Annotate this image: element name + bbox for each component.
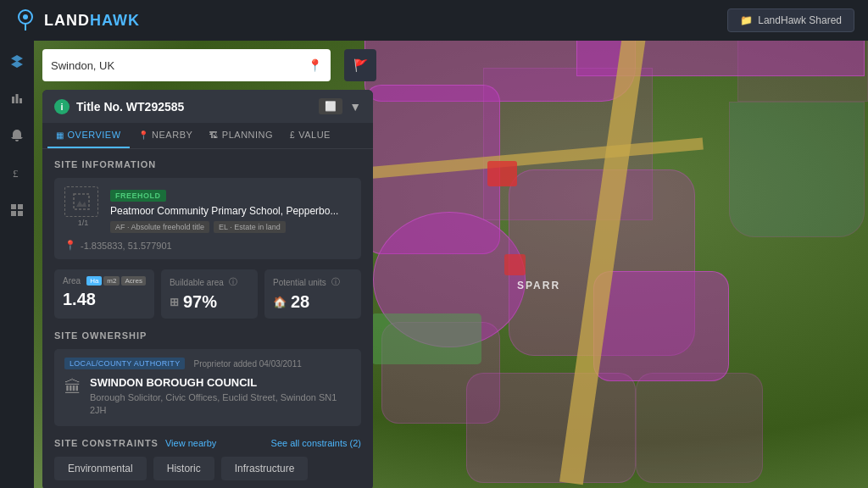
tab-nearby-label: NEARBY bbox=[152, 130, 192, 140]
owner-name: SWINDON BOROUGH COUNCIL bbox=[90, 376, 351, 389]
pin-icon: 📍 bbox=[64, 240, 76, 251]
tab-overview-label: OVERVIEW bbox=[68, 130, 121, 140]
thumbnail-area: 1/1 bbox=[64, 186, 102, 227]
search-area: 📍 🚩 bbox=[42, 49, 376, 81]
info-badge: i bbox=[54, 99, 70, 114]
site-information-title: SITE INFORMATION bbox=[54, 159, 361, 169]
topbar: LANDHAWK 📁 LandHawk Shared bbox=[0, 0, 868, 41]
site-ownership-title: SITE OWNERSHIP bbox=[54, 330, 361, 341]
site-name: Peatmoor Community Primary School, Peppe… bbox=[110, 205, 351, 217]
shared-button[interactable]: 📁 LandHawk Shared bbox=[727, 8, 854, 32]
svg-rect-11 bbox=[74, 194, 89, 209]
sidebar-icon-currency[interactable]: £ bbox=[7, 163, 27, 183]
metric-units-value: 🏠 28 bbox=[273, 292, 353, 312]
sidebar-icon-bell[interactable] bbox=[7, 125, 27, 146]
tab-value-label: VALUE bbox=[298, 130, 331, 140]
metric-buildable-label: Buildable area ⓘ bbox=[170, 276, 249, 288]
panel-header: i Title No. WT292585 ⬜ ▼ bbox=[42, 90, 373, 123]
tab-value[interactable]: £ VALUE bbox=[281, 123, 339, 148]
constraint-historic[interactable]: Historic bbox=[153, 457, 214, 480]
tab-overview[interactable]: ▦ OVERVIEW bbox=[47, 123, 130, 148]
units-info-icon[interactable]: ⓘ bbox=[331, 276, 340, 288]
metric-units-label: Potential units ⓘ bbox=[273, 276, 353, 288]
nearby-icon: 📍 bbox=[138, 130, 149, 140]
thumbnail-label: 1/1 bbox=[64, 219, 102, 227]
flag-button[interactable]: 🚩 bbox=[344, 49, 376, 81]
search-input[interactable] bbox=[51, 59, 308, 72]
panel-content: SITE INFORMATION 1/1 FREEHOLD Peatmoor C… bbox=[42, 149, 373, 488]
svg-text:£: £ bbox=[13, 167, 19, 180]
ownership-card: LOCAL/COUNTY AUTHORITY Proprietor added … bbox=[54, 349, 361, 426]
shared-button-label: LandHawk Shared bbox=[758, 14, 842, 26]
chevron-down-icon[interactable]: ▼ bbox=[349, 100, 361, 114]
site-info-card: 1/1 FREEHOLD Peatmoor Community Primary … bbox=[54, 178, 361, 259]
sidebar-icon-chart[interactable] bbox=[7, 88, 27, 108]
badge-af: AF · Absolute freehold title bbox=[110, 221, 209, 233]
svg-rect-7 bbox=[11, 204, 16, 209]
svg-rect-5 bbox=[19, 98, 22, 103]
house-icon: 🏠 bbox=[273, 296, 287, 308]
tab-nearby[interactable]: 📍 NEARBY bbox=[130, 123, 202, 148]
constraint-environmental[interactable]: Environmental bbox=[54, 457, 147, 480]
export-button[interactable]: ⬜ bbox=[319, 98, 342, 114]
metric-area-value: 1.48 bbox=[63, 290, 146, 309]
constraint-infrastructure[interactable]: Infrastructure bbox=[221, 457, 309, 480]
constraint-tags: Environmental Historic Infrastructure bbox=[54, 457, 361, 480]
svg-rect-8 bbox=[18, 204, 23, 209]
proprietor-date: Proprietor added 04/03/2011 bbox=[193, 359, 301, 369]
metric-units: Potential units ⓘ 🏠 28 bbox=[264, 269, 361, 319]
coordinates-text: -1.835833, 51.577901 bbox=[81, 241, 172, 251]
svg-rect-4 bbox=[16, 94, 19, 103]
buildable-info-icon[interactable]: ⓘ bbox=[229, 276, 237, 288]
map-label: SPARR bbox=[517, 280, 560, 291]
badge-el: EL · Estate in land bbox=[214, 221, 286, 233]
site-info-right: FREEHOLD Peatmoor Community Primary Scho… bbox=[110, 186, 351, 233]
planning-icon: 🏗 bbox=[209, 130, 219, 140]
metric-area-label: Area Ha m2 Acres bbox=[63, 276, 146, 286]
metric-buildable: Buildable area ⓘ ⊞ 97% bbox=[161, 269, 258, 319]
svg-rect-9 bbox=[11, 211, 16, 216]
site-constraints-title: SITE CONSTRAINTS bbox=[54, 438, 159, 448]
unit-ha[interactable]: Ha bbox=[86, 276, 102, 286]
owner-address: Borough Solicitor, Civic Offices, Euclid… bbox=[90, 391, 351, 418]
ownership-body: 🏛 SWINDON BOROUGH COUNCIL Borough Solici… bbox=[64, 376, 351, 418]
panel: i Title No. WT292585 ⬜ ▼ ▦ OVERVIEW 📍 NE… bbox=[42, 90, 373, 488]
coordinates-line: 📍 -1.835833, 51.577901 bbox=[64, 240, 351, 251]
value-icon: £ bbox=[290, 130, 295, 140]
svg-rect-3 bbox=[12, 97, 14, 103]
unit-m2[interactable]: m2 bbox=[103, 276, 120, 286]
metrics-row: Area Ha m2 Acres 1.48 Buildable area ⓘ bbox=[54, 269, 361, 319]
svg-point-1 bbox=[23, 14, 28, 19]
ownership-details: SWINDON BOROUGH COUNCIL Borough Solicito… bbox=[90, 376, 351, 418]
logo-text: LANDHAWK bbox=[44, 12, 140, 30]
grid-icon: ⊞ bbox=[170, 296, 179, 308]
see-all-link[interactable]: See all constraints (2) bbox=[271, 438, 361, 448]
logo: LANDHAWK bbox=[14, 8, 727, 32]
panel-tabs: ▦ OVERVIEW 📍 NEARBY 🏗 PLANNING £ VALUE bbox=[42, 123, 373, 149]
thumbnail-image bbox=[64, 186, 98, 217]
sidebar: £ bbox=[0, 41, 34, 488]
search-box: 📍 bbox=[42, 49, 331, 81]
ownership-header: LOCAL/COUNTY AUTHORITY Proprietor added … bbox=[64, 358, 351, 369]
local-authority-badge: LOCAL/COUNTY AUTHORITY bbox=[64, 358, 185, 369]
location-icon: 📍 bbox=[308, 58, 322, 72]
logo-icon bbox=[14, 8, 37, 32]
building-icon: 🏛 bbox=[64, 378, 81, 397]
logo-land: LAND bbox=[44, 12, 90, 29]
svg-rect-10 bbox=[18, 211, 23, 216]
overview-icon: ▦ bbox=[56, 130, 64, 140]
tab-planning[interactable]: 🏗 PLANNING bbox=[201, 123, 281, 148]
constraints-header: SITE CONSTRAINTS View nearby See all con… bbox=[54, 438, 361, 448]
unit-acres[interactable]: Acres bbox=[121, 276, 145, 286]
panel-title: Title No. WT292585 bbox=[76, 100, 312, 114]
sidebar-icon-grid[interactable] bbox=[7, 200, 27, 220]
sidebar-icon-layers[interactable] bbox=[7, 51, 27, 71]
metric-buildable-value: ⊞ 97% bbox=[170, 292, 249, 312]
folder-icon: 📁 bbox=[740, 14, 753, 26]
logo-hawk: HAWK bbox=[90, 12, 140, 29]
tab-planning-label: PLANNING bbox=[222, 130, 273, 140]
site-badges: AF · Absolute freehold title EL · Estate… bbox=[110, 221, 351, 233]
view-nearby-link[interactable]: View nearby bbox=[165, 438, 216, 448]
freehold-badge: FREEHOLD bbox=[110, 190, 166, 202]
unit-buttons: Ha m2 Acres bbox=[86, 276, 146, 286]
